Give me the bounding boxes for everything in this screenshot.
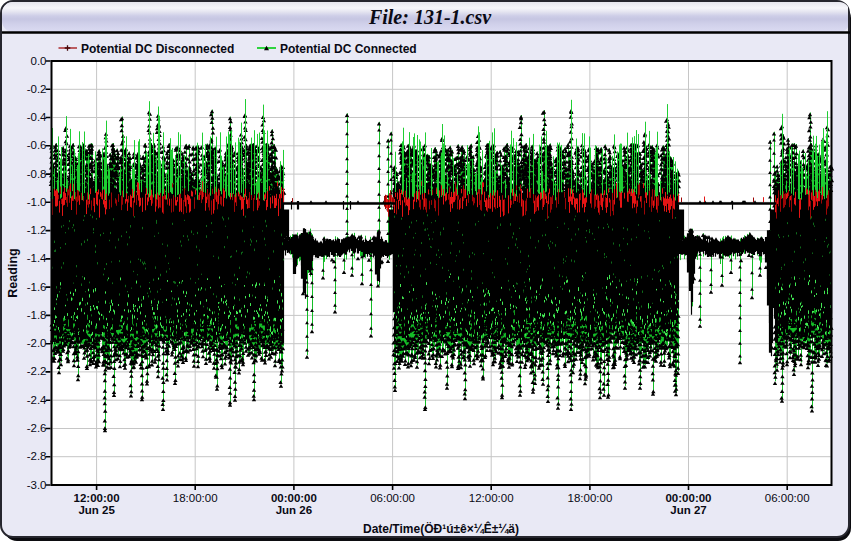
svg-text:-1.8: -1.8 — [27, 309, 47, 321]
svg-text:18:00:00: 18:00:00 — [568, 492, 613, 504]
svg-text:-2.6: -2.6 — [27, 422, 47, 434]
svg-text:18:00:00: 18:00:00 — [173, 492, 218, 504]
svg-text:Jun 27: Jun 27 — [670, 504, 706, 516]
svg-text:00:00:00: 00:00:00 — [271, 492, 317, 504]
svg-text:-3.0: -3.0 — [27, 479, 47, 491]
svg-text:Reading: Reading — [6, 248, 20, 297]
svg-text:Jun 25: Jun 25 — [78, 504, 115, 516]
svg-text:-1.4: -1.4 — [27, 252, 47, 264]
svg-text:12:00:00: 12:00:00 — [74, 492, 120, 504]
svg-text:-1.0: -1.0 — [27, 196, 47, 208]
svg-text:-1.6: -1.6 — [27, 281, 47, 293]
svg-text:-2.0: -2.0 — [27, 337, 47, 349]
svg-text:0.0: 0.0 — [31, 55, 47, 67]
svg-text:-0.8: -0.8 — [27, 168, 47, 180]
svg-text:-2.8: -2.8 — [27, 450, 47, 462]
svg-text:File: 131-1.csv: File: 131-1.csv — [368, 6, 492, 28]
svg-text:Potential DC Disconnected: Potential DC Disconnected — [81, 42, 234, 56]
svg-text:-2.2: -2.2 — [27, 365, 47, 377]
svg-text:Date/Time(ÖÐ¹ú±ê×¼Ê±¼ä): Date/Time(ÖÐ¹ú±ê×¼Ê±¼ä) — [363, 521, 519, 536]
svg-text:-0.6: -0.6 — [27, 139, 47, 151]
svg-text:-0.2: -0.2 — [27, 83, 47, 95]
svg-text:00:00:00: 00:00:00 — [665, 492, 711, 504]
svg-text:Jun 26: Jun 26 — [276, 504, 312, 516]
svg-text:06:00:00: 06:00:00 — [765, 492, 810, 504]
svg-text:-2.4: -2.4 — [27, 394, 47, 406]
svg-text:Potential DC Connected: Potential DC Connected — [280, 42, 417, 56]
svg-text:06:00:00: 06:00:00 — [370, 492, 415, 504]
svg-text:-0.4: -0.4 — [27, 111, 47, 123]
svg-text:-1.2: -1.2 — [27, 224, 47, 236]
svg-text:12:00:00: 12:00:00 — [469, 492, 514, 504]
